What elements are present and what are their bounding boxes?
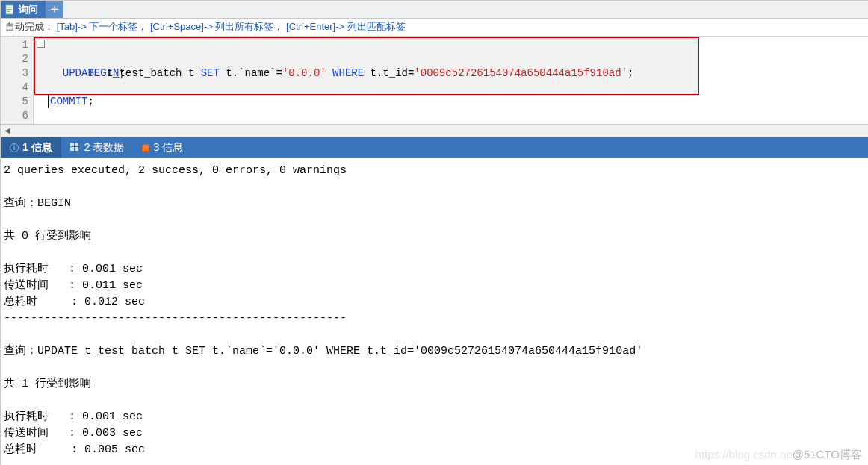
out-time: 传送时间 : 0.003 sec bbox=[4, 427, 143, 440]
line-number: 5 bbox=[1, 95, 28, 109]
tok bbox=[326, 67, 332, 79]
out-time: 执行耗时 : 0.001 sec bbox=[4, 411, 143, 423]
plus-icon: ＋ bbox=[49, 1, 61, 17]
tab-query-label: 询问 bbox=[19, 3, 38, 16]
line-number: 6 bbox=[1, 109, 28, 123]
code-line-5[interactable]: COMMIT; bbox=[34, 95, 868, 109]
line-number: 4 bbox=[1, 81, 28, 95]
sql-file-icon bbox=[5, 4, 16, 15]
results-tab-label: 1 信息 bbox=[22, 141, 52, 155]
autocomplete-hint: 自动完成： [Tab]-> 下一个标签， [Ctrl+Space]-> 列出所有… bbox=[1, 19, 868, 37]
out-rows: 共 1 行受到影响 bbox=[4, 378, 91, 390]
kw-where: WHERE bbox=[332, 67, 364, 79]
semi: ; bbox=[87, 96, 93, 107]
kw-set: SET bbox=[201, 67, 220, 79]
str: '0009c52726154074a650444a15f910ad' bbox=[414, 67, 627, 79]
kw-commit: COMMIT bbox=[50, 96, 87, 107]
line-number: 1 bbox=[1, 38, 28, 52]
add-tab-button[interactable]: ＋ bbox=[46, 1, 63, 18]
out-query-label: 查询：BEGIN bbox=[4, 197, 71, 210]
line-number: 2 bbox=[1, 52, 28, 66]
tok: t_test_batch t bbox=[100, 67, 200, 79]
hint-key-tab: [Tab] bbox=[57, 21, 78, 32]
code-line-6[interactable] bbox=[34, 109, 868, 123]
line-number: 3 bbox=[1, 66, 28, 81]
code-line-2[interactable] bbox=[34, 52, 868, 66]
message-output[interactable]: 2 queries executed, 2 success, 0 errors,… bbox=[1, 158, 868, 462]
cube-icon bbox=[142, 144, 149, 152]
grid-icon bbox=[70, 143, 81, 153]
svg-rect-1 bbox=[7, 7, 12, 7]
results-tab-label: 2 表数据 bbox=[84, 141, 125, 155]
hint-key-ctrlspace: [Ctrl+Space] bbox=[150, 21, 204, 32]
code-line-1[interactable]: − BEGIN; bbox=[34, 38, 868, 52]
str: '0.0.0' bbox=[282, 67, 326, 79]
code-area[interactable]: − BEGIN; UPDATE t_test_batch t SET t.`na… bbox=[34, 37, 868, 124]
indent bbox=[50, 67, 63, 79]
tok: t.t_id= bbox=[364, 67, 414, 79]
svg-rect-3 bbox=[7, 10, 10, 11]
tok: t.`name`= bbox=[220, 67, 282, 79]
hint-key-ctrlenter: [Ctrl+Enter] bbox=[286, 21, 335, 32]
out-divider: ----------------------------------------… bbox=[4, 312, 347, 325]
results-tab-tabledata[interactable]: 2 表数据 bbox=[61, 137, 134, 158]
code-line-3[interactable]: UPDATE t_test_batch t SET t.`name`='0.0.… bbox=[34, 66, 868, 81]
kw-update: UPDATE bbox=[63, 67, 100, 79]
svg-rect-2 bbox=[7, 9, 12, 10]
fold-toggle-icon[interactable]: − bbox=[37, 40, 45, 48]
out-time: 传送时间 : 0.011 sec bbox=[4, 279, 143, 292]
query-tabbar: 询问 ＋ bbox=[1, 1, 868, 19]
tab-query[interactable]: 询问 bbox=[1, 1, 46, 18]
results-tabbar: i 1 信息 2 表数据 3 信息 bbox=[1, 137, 868, 158]
out-time: 总耗时 : 0.005 sec bbox=[4, 443, 145, 456]
out-time: 执行耗时 : 0.001 sec bbox=[4, 263, 143, 275]
results-tab-label: 3 信息 bbox=[153, 141, 183, 155]
hint-prefix: 自动完成： bbox=[5, 21, 54, 32]
sql-editor[interactable]: 1 2 3 4 5 6 − BEGIN; UPDATE t_test_batch… bbox=[1, 37, 868, 125]
out-summary: 2 queries executed, 2 success, 0 errors,… bbox=[4, 164, 347, 177]
text-cursor bbox=[48, 95, 49, 108]
out-time: 总耗时 : 0.012 sec bbox=[4, 296, 145, 308]
code-line-4[interactable] bbox=[34, 81, 868, 95]
semi: ; bbox=[627, 67, 633, 79]
hint-txt3: -> 列出匹配标签 bbox=[335, 21, 406, 32]
editor-hscroll[interactable]: ◄ bbox=[1, 125, 868, 137]
out-query-label: 查询：UPDATE t_test_batch t SET t.`name`='0… bbox=[4, 345, 642, 358]
results-tab-info-1[interactable]: i 1 信息 bbox=[1, 137, 61, 158]
hint-txt2: -> 列出所有标签， bbox=[204, 21, 284, 32]
scroll-left-icon[interactable]: ◄ bbox=[3, 125, 12, 136]
editor-gutter: 1 2 3 4 5 6 bbox=[1, 37, 34, 124]
results-tab-info-3[interactable]: 3 信息 bbox=[133, 137, 192, 158]
out-rows: 共 0 行受到影响 bbox=[4, 230, 91, 243]
hint-txt1: -> 下一个标签， bbox=[78, 21, 148, 32]
info-icon: i bbox=[10, 143, 19, 152]
